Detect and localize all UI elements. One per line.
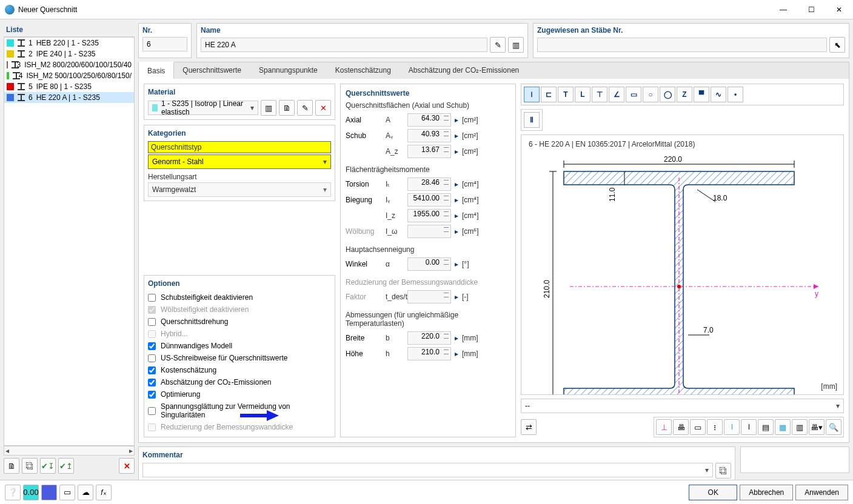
prop-value[interactable]: 13.67 bbox=[407, 145, 451, 158]
section-list[interactable]: 1HEB 220 | 1 - S2352IPE 240 | 1 - S2353I… bbox=[4, 37, 135, 446]
shape-t-button[interactable]: T bbox=[558, 87, 574, 102]
option-checkbox[interactable]: US-Schreibweise für Querschnittswerte bbox=[148, 352, 331, 364]
prop-arrow[interactable]: ▸ bbox=[455, 211, 458, 220]
prop-value[interactable]: 210.0 bbox=[407, 347, 451, 360]
tab-2[interactable]: Spannungspunkte bbox=[250, 62, 327, 79]
units-button[interactable]: 0.00 bbox=[23, 485, 39, 500]
nr-input[interactable]: 6 bbox=[142, 37, 187, 51]
pv-i2-button[interactable]: Ｉ bbox=[741, 419, 757, 435]
prop-value[interactable]: 5410.00 bbox=[407, 193, 451, 207]
pv-axes-button[interactable]: ⊥ bbox=[656, 419, 672, 435]
delete-button[interactable]: ✕ bbox=[119, 458, 135, 474]
prop-arrow[interactable]: ▸ bbox=[455, 147, 458, 156]
list-item[interactable]: 6HE 220 A | 1 - S235 bbox=[4, 92, 134, 103]
material-select[interactable]: 1 - S235 | Isotrop | Linear elastisch bbox=[148, 101, 258, 115]
shape-user-button[interactable]: • bbox=[728, 87, 743, 102]
pv-print2-button[interactable]: 🖶▾ bbox=[809, 419, 825, 435]
list-item[interactable]: 3ISH_M2 800/200/600/100/150/40 bbox=[4, 59, 134, 70]
list-item[interactable]: 5IPE 80 | 1 - S235 bbox=[4, 81, 134, 92]
shape-doublei-button[interactable]: Ⅱ bbox=[524, 112, 540, 128]
pv-search-button[interactable]: 🔍 bbox=[826, 419, 841, 435]
tab-4[interactable]: Abschätzung der CO₂-Emissionen bbox=[400, 62, 528, 79]
prop-arrow[interactable]: ▸ bbox=[455, 293, 458, 301]
pv-values-button[interactable]: ▥ bbox=[792, 419, 808, 435]
close-button[interactable]: ✕ bbox=[825, 0, 853, 19]
view-button[interactable]: ▭ bbox=[59, 485, 75, 500]
maximize-button[interactable]: ☐ bbox=[797, 0, 825, 19]
section-type-select[interactable]: Genormt - Stahl bbox=[148, 154, 331, 169]
shape-i-button[interactable]: Ｉ bbox=[524, 87, 540, 102]
shape-rect-button[interactable]: ▭ bbox=[626, 87, 641, 102]
prop-value[interactable]: 0.00 bbox=[407, 257, 451, 271]
option-checkbox[interactable]: Querschnittsdrehung bbox=[148, 316, 331, 328]
preview-footer-select[interactable]: -- bbox=[521, 399, 844, 413]
shape-c-button[interactable]: ⊏ bbox=[541, 87, 557, 102]
apply-button[interactable]: Anwenden bbox=[795, 485, 848, 500]
prop-value[interactable]: 1955.00 bbox=[407, 209, 451, 222]
color-button[interactable] bbox=[41, 485, 57, 500]
assigned-input[interactable] bbox=[537, 38, 827, 52]
list-item[interactable]: 2IPE 240 | 1 - S235 bbox=[4, 48, 134, 59]
shape-z-button[interactable]: Z bbox=[677, 87, 692, 102]
pv-i1-button[interactable]: Ｉ bbox=[724, 419, 740, 435]
h-scrollbar[interactable]: ◂▸ bbox=[4, 446, 135, 456]
shape-circle-button[interactable]: ○ bbox=[643, 87, 658, 102]
prop-arrow[interactable]: ▸ bbox=[455, 180, 458, 188]
fx-button[interactable]: fₓ bbox=[96, 485, 112, 500]
pv-info-button[interactable]: ⇄ bbox=[521, 419, 537, 435]
pv-grid-button[interactable]: ▦ bbox=[775, 419, 791, 435]
prop-arrow[interactable]: ▸ bbox=[455, 116, 458, 124]
option-checkbox[interactable]: Dünnwandiges Modell bbox=[148, 340, 331, 352]
pv-print-button[interactable]: 🖶 bbox=[673, 419, 689, 435]
prop-arrow[interactable]: ▸ bbox=[455, 196, 458, 204]
pv-hatch-button[interactable]: ▤ bbox=[758, 419, 774, 435]
option-checkbox[interactable]: Schubsteifigkeit deaktivieren bbox=[148, 291, 331, 303]
new-button[interactable]: 🗎 bbox=[4, 458, 19, 474]
option-checkbox[interactable]: Optimierung bbox=[148, 388, 331, 400]
pv-dim-button[interactable]: ▭ bbox=[690, 419, 706, 435]
tab-1[interactable]: Querschnittswerte bbox=[174, 62, 250, 79]
minimize-button[interactable]: — bbox=[769, 0, 797, 19]
mat-edit-button[interactable]: ✎ bbox=[297, 100, 313, 116]
prop-arrow[interactable]: ▸ bbox=[455, 260, 458, 268]
cancel-button[interactable]: Abbrechen bbox=[740, 485, 793, 500]
comment-input[interactable] bbox=[142, 463, 713, 477]
comment-lib-button[interactable]: ⿻ bbox=[715, 463, 731, 479]
prop-arrow[interactable]: ▸ bbox=[455, 350, 458, 358]
name-input[interactable]: HE 220 A bbox=[201, 38, 487, 52]
section-preview[interactable]: 6 - HE 220 A | EN 10365:2017 | ArcelorMi… bbox=[521, 134, 844, 395]
tab-3[interactable]: Kostenschätzung bbox=[327, 62, 400, 79]
prop-value[interactable]: 28.46 bbox=[407, 177, 451, 191]
mat-lib-button[interactable]: ▥ bbox=[261, 100, 276, 116]
ok-button[interactable]: OK bbox=[689, 485, 737, 500]
shape-tdown-button[interactable]: ⊤ bbox=[592, 87, 607, 102]
check-in-button[interactable]: ✔↧ bbox=[40, 458, 56, 474]
shape-wave-button[interactable]: ∿ bbox=[711, 87, 726, 102]
library-button[interactable]: ▥ bbox=[508, 37, 524, 53]
prop-arrow[interactable]: ▸ bbox=[455, 334, 458, 342]
cloud-button[interactable]: ☁ bbox=[78, 485, 93, 500]
pv-stress-button[interactable]: ⫶ bbox=[707, 419, 723, 435]
option-checkbox[interactable]: Spannungsglättung zur Vermeidung von Sin… bbox=[148, 400, 331, 421]
mat-delete-button[interactable]: ✕ bbox=[315, 100, 331, 116]
edit-name-button[interactable]: ✎ bbox=[490, 37, 506, 53]
prop-value[interactable]: 40.93 bbox=[407, 129, 451, 142]
prop-arrow[interactable]: ▸ bbox=[455, 131, 458, 140]
prop-value[interactable]: 220.0 bbox=[407, 331, 451, 345]
option-checkbox[interactable]: Kostenschätzung bbox=[148, 364, 331, 376]
option-checkbox[interactable]: Abschätzung der CO₂-Emissionen bbox=[148, 376, 331, 388]
copy-button[interactable]: ⿻ bbox=[22, 458, 38, 474]
list-item[interactable]: 4ISH_M2 500/100/250/60/80/150/ bbox=[4, 70, 134, 81]
manufacturing-select[interactable]: Warmgewalzt bbox=[148, 182, 331, 197]
shape-hat-button[interactable]: ▀ bbox=[694, 87, 709, 102]
help-button[interactable]: ❔ bbox=[5, 485, 21, 500]
prop-value[interactable]: 64.30 bbox=[407, 113, 451, 127]
shape-oval-button[interactable]: ◯ bbox=[660, 87, 675, 102]
prop-arrow[interactable]: ▸ bbox=[455, 227, 458, 236]
mat-new-button[interactable]: 🗎 bbox=[279, 100, 295, 116]
pick-member-button[interactable]: ⬉ bbox=[829, 37, 845, 53]
check-out-button[interactable]: ✔↥ bbox=[58, 458, 74, 474]
list-item[interactable]: 1HEB 220 | 1 - S235 bbox=[4, 38, 134, 48]
shape-l-button[interactable]: L bbox=[575, 87, 590, 102]
shape-angle-button[interactable]: ∠ bbox=[609, 87, 624, 102]
